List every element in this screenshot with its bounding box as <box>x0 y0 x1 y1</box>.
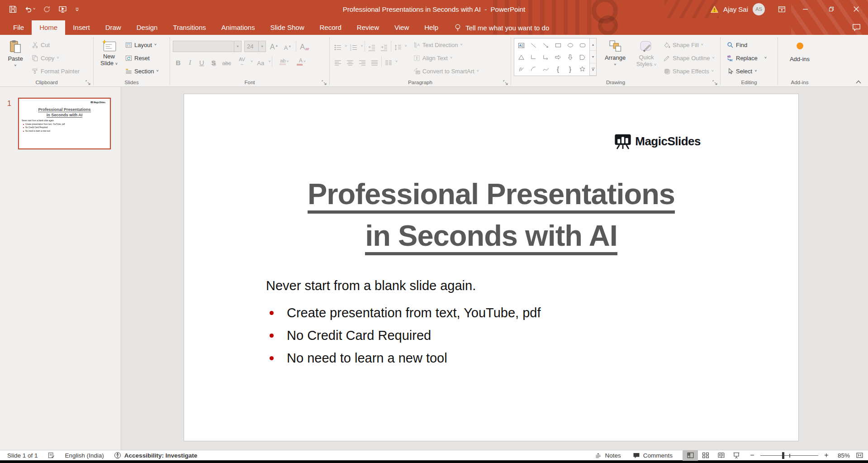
copy-button[interactable]: Copy ˅ <box>32 53 80 63</box>
tab-transitions[interactable]: Transitions <box>165 20 213 35</box>
font-dialog-launcher-icon[interactable] <box>322 80 327 85</box>
shape-right-brace[interactable]: } <box>564 63 576 75</box>
align-center-button[interactable] <box>345 57 356 67</box>
tab-help[interactable]: Help <box>417 20 446 35</box>
tab-home[interactable]: Home <box>32 20 65 35</box>
cut-button[interactable]: Cut <box>32 40 80 50</box>
gallery-more-icon[interactable]: ▾ <box>590 63 596 76</box>
numbering-button[interactable]: 123 <box>348 41 359 51</box>
arrange-button[interactable]: Arrange ˅ <box>601 38 629 79</box>
gallery-up-icon[interactable]: ▴ <box>590 38 596 51</box>
restore-button[interactable] <box>818 0 844 18</box>
character-spacing-button[interactable]: AV↔ <box>234 57 250 67</box>
find-button[interactable]: Find <box>727 40 775 50</box>
shape-right-arrow[interactable] <box>552 51 564 63</box>
tell-me-box[interactable]: Tell me what you want to do <box>454 20 549 35</box>
increase-indent-button[interactable] <box>379 41 389 51</box>
font-color-button[interactable]: A <box>290 57 303 67</box>
zoom-in-button[interactable]: + <box>822 451 831 459</box>
format-painter-button[interactable]: Format Painter <box>32 66 80 76</box>
collapse-ribbon-icon[interactable] <box>855 79 862 85</box>
font-size-dropdown-icon[interactable]: ▾ <box>258 41 266 52</box>
shape-scribble[interactable] <box>515 63 527 75</box>
font-name-dropdown-icon[interactable]: ▾ <box>234 41 241 52</box>
new-slide-button[interactable]: New Slide ˅ <box>96 38 122 79</box>
shape-effects-button[interactable]: Shape Effects˅ <box>664 66 715 76</box>
shape-arrow[interactable] <box>540 39 552 51</box>
shape-arc[interactable] <box>527 63 540 75</box>
shape-outline-button[interactable]: Shape Outline˅ <box>664 53 715 63</box>
slide[interactable]: MagicSlides Professional Presentations i… <box>184 94 799 441</box>
bullets-button[interactable] <box>332 41 343 51</box>
notes-button[interactable]: Notes <box>595 452 621 459</box>
align-right-button[interactable] <box>357 57 368 67</box>
shape-left-brace[interactable]: { <box>552 63 564 75</box>
comments-button[interactable]: Comments <box>633 452 673 459</box>
gallery-down-icon[interactable]: ▾ <box>590 51 596 63</box>
font-name-combobox[interactable]: ▾ <box>173 41 242 52</box>
tab-design[interactable]: Design <box>129 20 166 35</box>
align-left-button[interactable] <box>332 57 343 67</box>
shape-rounded-rectangle[interactable] <box>576 39 588 51</box>
paste-button[interactable]: Paste ˅ <box>3 38 28 79</box>
zoom-slider-handle[interactable] <box>782 452 784 459</box>
comments-bubble-icon[interactable] <box>852 24 861 31</box>
zoom-level[interactable]: 85% <box>831 452 850 459</box>
ribbon-display-options-icon[interactable] <box>771 0 792 18</box>
align-text-button[interactable]: Align Text˅ <box>413 53 479 63</box>
shape-down-arrow[interactable] <box>564 51 576 63</box>
slide-indicator[interactable]: Slide 1 of 1 <box>7 452 38 459</box>
shape-freeform[interactable] <box>576 51 588 63</box>
shape-line[interactable] <box>527 39 540 51</box>
slide-subtitle[interactable]: Never start from a blank slide again. <box>266 278 476 293</box>
convert-to-smartart-button[interactable]: Convert to SmartArt˅ <box>413 66 479 76</box>
shape-text-box[interactable]: A <box>515 39 527 51</box>
view-reading-button[interactable] <box>713 450 729 461</box>
tab-review[interactable]: Review <box>349 20 387 35</box>
text-shadow-button[interactable]: S <box>208 57 219 67</box>
quick-styles-button[interactable]: Quick Styles ˅ <box>634 38 659 79</box>
columns-button[interactable] <box>383 57 394 67</box>
slide-thumbnail[interactable]: MagicSlides Professional Presentations i… <box>18 98 111 149</box>
shape-fill-button[interactable]: Shape Fill˅ <box>664 40 715 50</box>
slide-bullet-list[interactable]: Create presentation from text, YouTube, … <box>266 301 541 369</box>
strikethrough-button[interactable]: abc <box>220 57 233 67</box>
select-button[interactable]: Select ˅ <box>727 66 775 76</box>
slide-title[interactable]: Professional Presentations in Seconds wi… <box>184 179 798 263</box>
paragraph-dialog-launcher-icon[interactable] <box>503 80 508 85</box>
replace-button[interactable]: abac Replace ˅ <box>727 53 775 63</box>
clear-formatting-button[interactable]: A <box>299 41 310 51</box>
shape-elbow-connector[interactable] <box>527 51 540 63</box>
decrease-indent-button[interactable] <box>366 41 377 51</box>
language-indicator[interactable]: English (India) <box>65 452 104 459</box>
user-name[interactable]: Ajay Sai <box>723 5 748 13</box>
tab-file[interactable]: File <box>5 20 32 35</box>
italic-button[interactable]: I <box>185 57 195 67</box>
font-size-combobox[interactable]: 24 ▾ <box>244 41 266 52</box>
shape-elbow-arrow-connector[interactable] <box>540 51 552 63</box>
layout-button[interactable]: Layout ˅ <box>125 40 159 50</box>
close-button[interactable] <box>844 0 868 18</box>
view-slide-sorter-button[interactable] <box>698 450 713 461</box>
underline-button[interactable]: U <box>196 57 207 67</box>
tab-animations[interactable]: Animations <box>213 20 262 35</box>
shape-triangle[interactable] <box>515 51 527 63</box>
drawing-dialog-launcher-icon[interactable] <box>712 80 717 85</box>
bold-button[interactable]: B <box>173 57 184 67</box>
tab-view[interactable]: View <box>387 20 417 35</box>
addins-button[interactable]: Add-ins <box>781 38 819 62</box>
minimize-button[interactable] <box>792 0 818 18</box>
increase-font-size-button[interactable]: A▲ <box>269 41 280 51</box>
shape-curve[interactable] <box>540 63 552 75</box>
line-spacing-button[interactable] <box>393 41 403 51</box>
view-normal-button[interactable] <box>683 450 698 461</box>
shape-rectangle[interactable] <box>552 39 564 51</box>
fit-slide-to-window-icon[interactable] <box>853 450 866 461</box>
highlight-color-button[interactable]: ab <box>273 57 286 67</box>
decrease-font-size-button[interactable]: A▼ <box>282 41 293 51</box>
change-case-button[interactable]: Aa <box>254 57 267 67</box>
text-direction-button[interactable]: A Text Direction˅ <box>413 40 479 50</box>
view-slideshow-button[interactable] <box>729 450 744 461</box>
magicslides-logo[interactable]: MagicSlides <box>614 133 701 149</box>
tab-draw[interactable]: Draw <box>98 20 129 35</box>
